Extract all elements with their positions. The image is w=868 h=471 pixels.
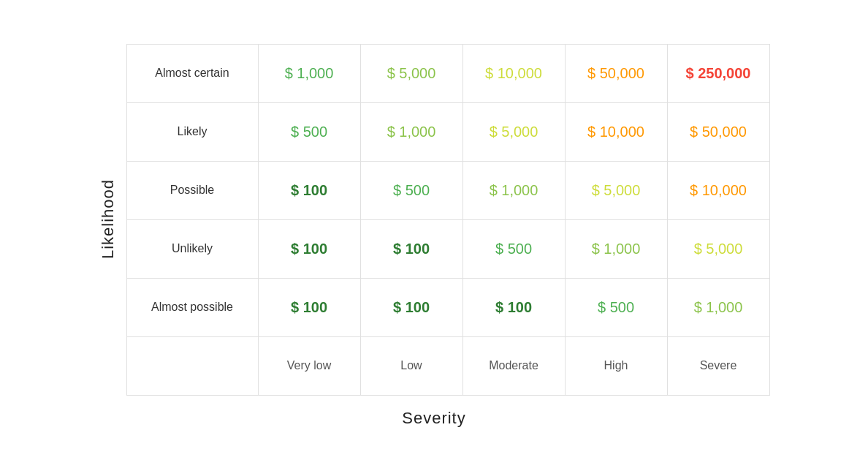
empty-corner <box>126 336 258 395</box>
table-row: Almost possible$ 100$ 100$ 100$ 500$ 1,0… <box>126 278 769 336</box>
row-label-0: Almost certain <box>126 44 258 102</box>
cell-1-2: $ 5,000 <box>462 102 565 161</box>
table-row: Likely$ 500$ 1,000$ 5,000$ 10,000$ 50,00… <box>126 102 769 161</box>
cell-0-2: $ 10,000 <box>462 44 565 102</box>
row-label-4: Almost possible <box>126 278 258 336</box>
table-row: Possible$ 100$ 500$ 1,000$ 5,000$ 10,000 <box>126 161 769 219</box>
cell-4-3: $ 500 <box>565 278 667 336</box>
cell-1-4: $ 50,000 <box>667 102 769 161</box>
cell-0-4: $ 250,000 <box>667 44 769 102</box>
matrix-wrapper: Likelihood Almost certain$ 1,000$ 5,000$… <box>99 44 770 396</box>
cell-4-4: $ 1,000 <box>667 278 769 336</box>
cell-0-0: $ 1,000 <box>258 44 360 102</box>
cell-3-1: $ 100 <box>360 219 462 278</box>
cell-1-3: $ 10,000 <box>565 102 667 161</box>
cell-3-3: $ 1,000 <box>565 219 667 278</box>
table-row: Almost certain$ 1,000$ 5,000$ 10,000$ 50… <box>126 44 769 102</box>
cell-4-0: $ 100 <box>258 278 360 336</box>
matrix-table: Almost certain$ 1,000$ 5,000$ 10,000$ 50… <box>126 44 770 396</box>
row-label-2: Possible <box>126 161 258 219</box>
col-label-3: High <box>565 336 667 395</box>
cell-2-0: $ 100 <box>258 161 360 219</box>
col-label-0: Very low <box>258 336 360 395</box>
row-label-1: Likely <box>126 102 258 161</box>
cell-3-0: $ 100 <box>258 219 360 278</box>
row-label-3: Unlikely <box>126 219 258 278</box>
cell-1-1: $ 1,000 <box>360 102 462 161</box>
col-label-4: Severe <box>667 336 769 395</box>
cell-4-2: $ 100 <box>462 278 565 336</box>
chart-container: Likelihood Almost certain$ 1,000$ 5,000$… <box>99 44 770 428</box>
cell-2-4: $ 10,000 <box>667 161 769 219</box>
x-axis-label: Severity <box>402 409 465 428</box>
cell-4-1: $ 100 <box>360 278 462 336</box>
col-label-2: Moderate <box>462 336 565 395</box>
cell-1-0: $ 500 <box>258 102 360 161</box>
cell-3-2: $ 500 <box>462 219 565 278</box>
col-labels-row: Very lowLowModerateHighSevere <box>126 336 769 395</box>
cell-3-4: $ 5,000 <box>667 219 769 278</box>
cell-0-1: $ 5,000 <box>360 44 462 102</box>
cell-0-3: $ 50,000 <box>565 44 667 102</box>
cell-2-1: $ 500 <box>360 161 462 219</box>
cell-2-3: $ 5,000 <box>565 161 667 219</box>
cell-2-2: $ 1,000 <box>462 161 565 219</box>
col-label-1: Low <box>360 336 462 395</box>
table-row: Unlikely$ 100$ 100$ 500$ 1,000$ 5,000 <box>126 219 769 278</box>
y-axis-label: Likelihood <box>99 179 118 259</box>
